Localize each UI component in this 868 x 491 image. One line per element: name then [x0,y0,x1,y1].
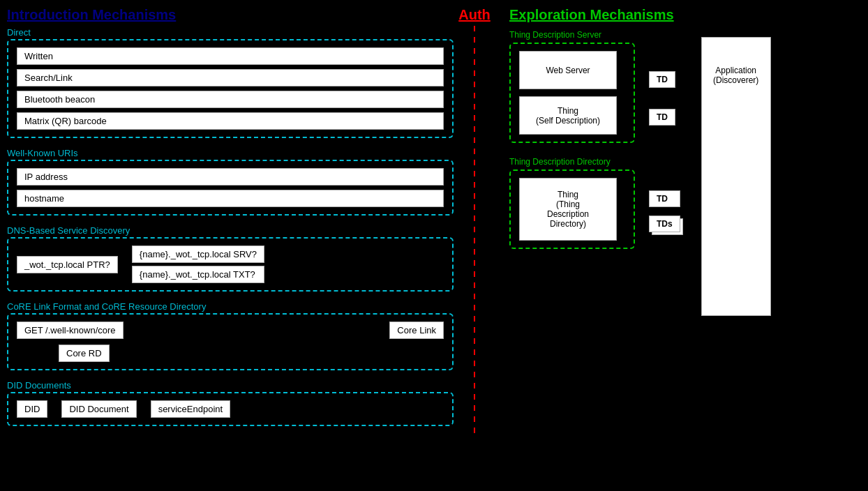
exploration-main: Thing Description Server Web Server Thin… [509,30,861,316]
thing-description-directory-box: Thing (Thing Description Directory) [509,169,635,249]
thing-description-directory-label: Thing Description Directory [509,157,680,167]
thing-description-server-box: Web Server Thing (Self Description) [509,43,635,143]
dns-ptr-item: _wot._tcp.local PTR? [17,256,118,273]
did-item: DID [17,400,47,418]
dns-txt-item: {name}._wot._tcp.local TXT? [132,266,264,283]
core-get-item: GET /.well-known/core [17,322,124,339]
auth-line [474,26,475,436]
td-box-2: TD [649,109,675,126]
main-container: Introduction Mechanisms Direct Written S… [0,0,868,443]
left-section: Introduction Mechanisms Direct Written S… [7,7,454,436]
auth-section: Auth [454,7,495,436]
right-section: Exploration Mechanisms Thing Description… [495,7,861,436]
td-box-3: TD [649,190,680,207]
dns-srv-item: {name}._wot._tcp.local SRV? [132,245,264,263]
core-rd-item: Core RD [59,345,110,362]
ip-address-item: IP address [17,168,444,186]
tds-container: TDs [649,216,680,232]
wellknown-group-label: Well-Known URIs [7,148,454,158]
bluetooth-beacon-item: Bluetooth beacon [17,91,444,108]
written-item: Written [17,47,444,65]
thing-directory-box: Thing (Thing Description Directory) [519,178,617,241]
servers-column: Thing Description Server Web Server Thin… [509,30,680,249]
direct-group-label: Direct [7,27,454,38]
thing-description-server-group: Thing Description Server Web Server Thin… [509,30,680,143]
thing-self-description-box: Thing (Self Description) [519,96,617,135]
td-box-1: TD [649,71,675,88]
tds-box: TDs [649,216,680,232]
core-link-item: Core Link [389,322,444,339]
service-endpoint-item: serviceEndpoint [151,400,231,418]
core-box: GET /.well-known/core Core RD Core Link [7,313,454,370]
web-server-box: Web Server [519,51,617,89]
auth-title: Auth [458,7,491,23]
application-discoverer-box: Application(Discoverer) [701,37,771,316]
did-group-label: DID Documents [7,380,454,391]
search-link-item: Search/Link [17,69,444,86]
thing-description-directory-group: Thing Description Directory Thing (Thing… [509,157,680,249]
intro-title: Introduction Mechanisms [7,7,454,23]
dns-box: _wot._tcp.local PTR? {name}._wot._tcp.lo… [7,237,454,292]
direct-box: Written Search/Link Bluetooth beacon Mat… [7,39,454,138]
wellknown-box: IP address hostname [7,160,454,216]
td-column-server: TD TD [642,61,675,126]
dns-group-label: DNS-Based Service Discovery [7,225,454,236]
thing-description-server-label: Thing Description Server [509,30,680,40]
did-box: DID DID Document serviceEndpoint [7,392,454,426]
exploration-title: Exploration Mechanisms [509,7,861,23]
did-document-item: DID Document [61,400,136,418]
matrix-qr-item: Matrix (QR) barcode [17,112,444,130]
hostname-item: hostname [17,190,444,207]
td-column-directory: TD TDs [642,187,680,232]
core-group-label: CoRE Link Format and CoRE Resource Direc… [7,301,454,312]
